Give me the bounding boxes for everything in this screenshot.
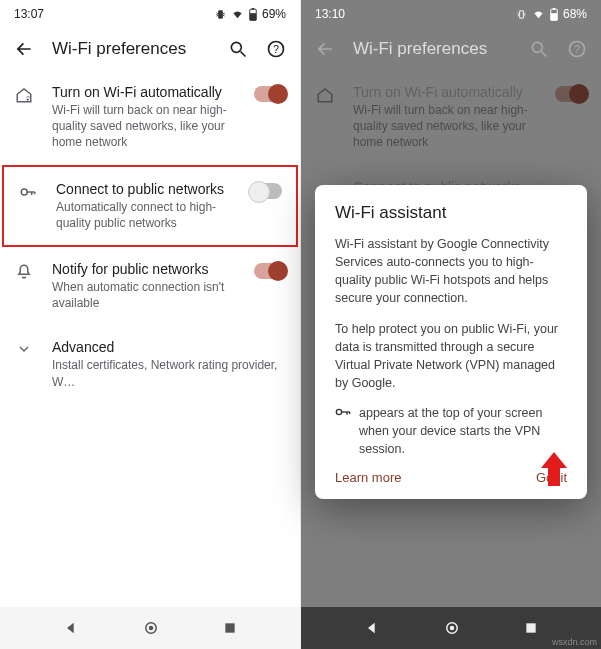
home-wifi-icon [10, 84, 38, 104]
help-icon[interactable]: ? [266, 39, 286, 59]
clock: 13:10 [315, 7, 345, 21]
battery-percent: 68% [563, 7, 587, 21]
svg-text:?: ? [574, 43, 580, 55]
help-icon[interactable]: ? [567, 39, 587, 59]
nav-back-icon[interactable] [63, 620, 79, 636]
back-icon[interactable] [315, 39, 335, 59]
nav-home-icon[interactable] [443, 619, 461, 637]
vibrate-icon [516, 9, 527, 20]
key-icon [14, 181, 42, 201]
vibrate-icon [215, 9, 226, 20]
dialog-text-3: appears at the top of your screen when y… [335, 404, 567, 458]
status-bar: 13:07 69% [0, 0, 300, 28]
battery-icon [249, 8, 257, 21]
row-public-networks[interactable]: Connect to public networksAutomatically … [2, 165, 298, 247]
toggle-auto-wifi[interactable] [254, 86, 286, 102]
page-title: Wi-Fi preferences [52, 39, 210, 59]
row-auto-wifi[interactable]: Turn on Wi-Fi automaticallyWi-Fi will tu… [0, 70, 300, 165]
svg-point-8 [21, 189, 27, 195]
svg-point-22 [336, 409, 341, 414]
arrow-annotation [541, 452, 567, 486]
svg-point-18 [532, 42, 542, 52]
battery-percent: 69% [262, 7, 286, 21]
svg-rect-28 [526, 623, 535, 632]
svg-rect-14 [225, 623, 234, 632]
row-notify-public[interactable]: Notify for public networksWhen automatic… [0, 247, 300, 325]
svg-point-3 [231, 42, 241, 52]
nav-bar [0, 607, 300, 649]
svg-line-4 [241, 52, 246, 57]
nav-back-icon[interactable] [364, 620, 380, 636]
svg-point-7 [27, 98, 29, 100]
nav-home-icon[interactable] [142, 619, 160, 637]
svg-point-13 [149, 626, 154, 631]
watermark: wsxdn.com [552, 637, 597, 647]
app-header: Wi-Fi preferences ? [301, 28, 601, 70]
svg-text:?: ? [273, 43, 279, 55]
svg-line-19 [542, 52, 547, 57]
bell-icon [10, 261, 38, 281]
svg-rect-1 [252, 8, 255, 9]
wifi-icon [231, 9, 244, 20]
status-bar: 13:10 68% [301, 0, 601, 28]
dialog-text-2: To help protect you on public Wi-Fi, you… [335, 320, 567, 393]
nav-recent-icon[interactable] [524, 621, 538, 635]
svg-rect-17 [551, 13, 558, 20]
dialog-text-1: Wi-Fi assistant by Google Connectivity S… [335, 235, 567, 308]
row-advanced[interactable]: AdvancedInstall certificates, Network ra… [0, 325, 300, 403]
svg-rect-16 [553, 8, 556, 9]
toggle-public-networks[interactable] [250, 183, 282, 199]
svg-point-27 [450, 626, 455, 631]
clock: 13:07 [14, 7, 44, 21]
svg-rect-2 [250, 13, 257, 20]
dialog-title: Wi-Fi assistant [335, 203, 567, 223]
search-icon[interactable] [529, 39, 549, 59]
toggle-notify[interactable] [254, 263, 286, 279]
key-icon [335, 404, 351, 418]
learn-more-button[interactable]: Learn more [335, 470, 401, 485]
battery-icon [550, 8, 558, 21]
search-icon[interactable] [228, 39, 248, 59]
wifi-icon [532, 9, 545, 20]
page-title: Wi-Fi preferences [353, 39, 511, 59]
chevron-down-icon [10, 339, 38, 357]
nav-recent-icon[interactable] [223, 621, 237, 635]
back-icon[interactable] [14, 39, 34, 59]
app-header: Wi-Fi preferences ? [0, 28, 300, 70]
